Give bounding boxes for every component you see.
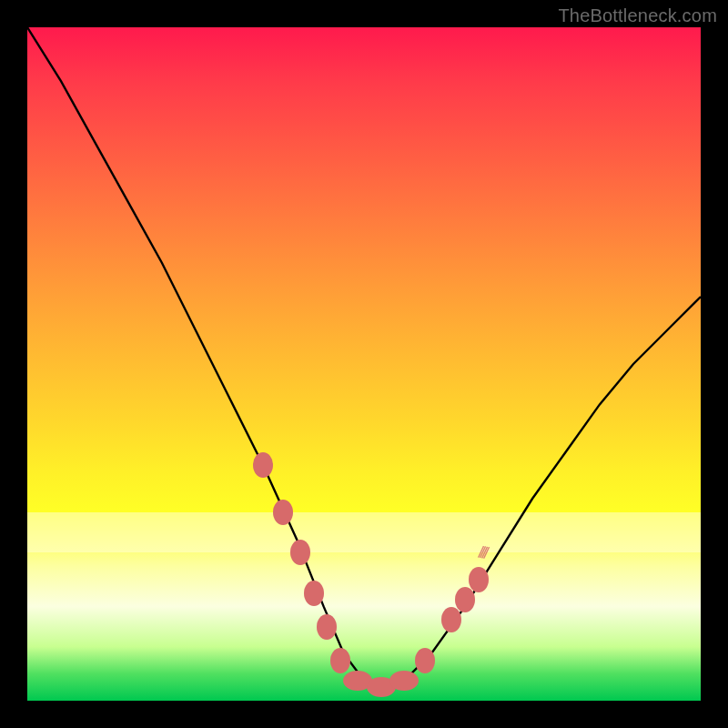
curve-marker xyxy=(367,677,396,697)
curve-marker xyxy=(253,452,273,478)
curve-marker xyxy=(469,567,489,592)
curve-marker xyxy=(317,614,337,640)
curve-marker xyxy=(304,581,324,606)
plot-area: //// xyxy=(27,27,701,701)
watermark-text: TheBottleneck.com xyxy=(558,5,717,26)
curve-marker xyxy=(273,500,293,525)
chart-stage: TheBottleneck.com //// xyxy=(0,0,728,728)
pale-band xyxy=(27,512,701,552)
curve-marker xyxy=(415,648,435,673)
curve-marker xyxy=(441,607,461,632)
curve-marker xyxy=(389,671,419,691)
bottleneck-curve xyxy=(27,27,701,687)
curve-layer xyxy=(27,27,701,701)
curve-marker xyxy=(290,540,310,565)
curve-marker xyxy=(455,587,475,612)
curve-marker xyxy=(343,671,372,691)
sparkle-icon: //// xyxy=(477,544,487,561)
curve-marker xyxy=(330,648,350,673)
